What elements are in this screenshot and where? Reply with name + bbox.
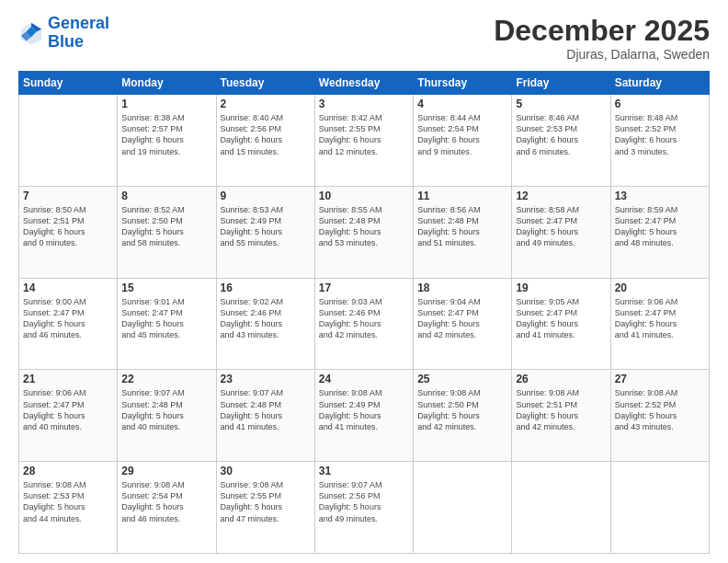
calendar-cell: 25Sunrise: 9:08 AM Sunset: 2:50 PM Dayli…	[414, 370, 512, 462]
day-number: 22	[121, 373, 211, 385]
day-info: Sunrise: 8:56 AM Sunset: 2:48 PM Dayligh…	[417, 204, 507, 249]
day-info: Sunrise: 9:00 AM Sunset: 2:47 PM Dayligh…	[23, 296, 113, 341]
day-info: Sunrise: 9:08 AM Sunset: 2:52 PM Dayligh…	[615, 387, 705, 432]
calendar-cell	[414, 462, 512, 554]
day-info: Sunrise: 9:02 AM Sunset: 2:46 PM Dayligh…	[221, 296, 311, 341]
calendar-cell: 10Sunrise: 8:55 AM Sunset: 2:48 PM Dayli…	[314, 186, 413, 278]
day-info: Sunrise: 9:01 AM Sunset: 2:47 PM Dayligh…	[121, 296, 211, 341]
weekday-header: Saturday	[610, 72, 709, 95]
calendar-cell: 1Sunrise: 8:38 AM Sunset: 2:57 PM Daylig…	[118, 95, 216, 187]
title-block: December 2025 Djuras, Dalarna, Sweden	[494, 15, 710, 62]
day-number: 25	[417, 373, 507, 385]
weekday-header: Monday	[118, 72, 216, 95]
day-number: 3	[319, 98, 409, 110]
day-number: 15	[121, 282, 211, 294]
day-number: 13	[615, 190, 705, 202]
weekday-header: Tuesday	[216, 72, 314, 95]
day-number: 30	[221, 465, 311, 477]
calendar-week-row: 28Sunrise: 9:08 AM Sunset: 2:53 PM Dayli…	[19, 462, 710, 554]
weekday-row: SundayMondayTuesdayWednesdayThursdayFrid…	[19, 72, 710, 95]
calendar-cell: 11Sunrise: 8:56 AM Sunset: 2:48 PM Dayli…	[414, 186, 512, 278]
main-title: December 2025	[494, 15, 710, 47]
day-info: Sunrise: 9:08 AM Sunset: 2:54 PM Dayligh…	[121, 479, 211, 524]
day-number: 8	[121, 190, 211, 202]
day-number: 27	[615, 373, 705, 385]
calendar-cell: 27Sunrise: 9:08 AM Sunset: 2:52 PM Dayli…	[610, 370, 709, 462]
calendar-cell: 9Sunrise: 8:53 AM Sunset: 2:49 PM Daylig…	[216, 186, 314, 278]
calendar-header: SundayMondayTuesdayWednesdayThursdayFrid…	[19, 72, 710, 95]
day-info: Sunrise: 9:04 AM Sunset: 2:47 PM Dayligh…	[417, 296, 507, 341]
day-info: Sunrise: 9:08 AM Sunset: 2:50 PM Dayligh…	[417, 387, 507, 432]
weekday-header: Wednesday	[314, 72, 413, 95]
calendar-cell: 24Sunrise: 9:08 AM Sunset: 2:49 PM Dayli…	[314, 370, 413, 462]
calendar-cell: 12Sunrise: 8:58 AM Sunset: 2:47 PM Dayli…	[512, 186, 610, 278]
day-number: 18	[417, 282, 507, 294]
day-number: 24	[319, 373, 409, 385]
day-info: Sunrise: 9:07 AM Sunset: 2:48 PM Dayligh…	[221, 387, 311, 432]
day-info: Sunrise: 8:44 AM Sunset: 2:54 PM Dayligh…	[417, 112, 507, 157]
day-number: 14	[23, 282, 113, 294]
logo-icon	[18, 20, 44, 46]
calendar-cell: 15Sunrise: 9:01 AM Sunset: 2:47 PM Dayli…	[118, 278, 216, 370]
day-number: 16	[221, 282, 311, 294]
day-info: Sunrise: 8:46 AM Sunset: 2:53 PM Dayligh…	[516, 112, 606, 157]
day-info: Sunrise: 8:58 AM Sunset: 2:47 PM Dayligh…	[516, 204, 606, 249]
day-info: Sunrise: 8:52 AM Sunset: 2:50 PM Dayligh…	[121, 204, 211, 249]
calendar-cell: 28Sunrise: 9:08 AM Sunset: 2:53 PM Dayli…	[19, 462, 118, 554]
day-number: 29	[121, 465, 211, 477]
day-number: 9	[221, 190, 311, 202]
logo: General Blue	[18, 15, 109, 52]
calendar-cell: 14Sunrise: 9:00 AM Sunset: 2:47 PM Dayli…	[19, 278, 118, 370]
day-number: 10	[319, 190, 409, 202]
calendar-cell: 26Sunrise: 9:08 AM Sunset: 2:51 PM Dayli…	[512, 370, 610, 462]
subtitle: Djuras, Dalarna, Sweden	[494, 47, 710, 62]
calendar-table: SundayMondayTuesdayWednesdayThursdayFrid…	[18, 71, 710, 554]
calendar-cell: 19Sunrise: 9:05 AM Sunset: 2:47 PM Dayli…	[512, 278, 610, 370]
logo-line1: General	[48, 14, 109, 32]
calendar-cell: 17Sunrise: 9:03 AM Sunset: 2:46 PM Dayli…	[314, 278, 413, 370]
calendar-cell: 29Sunrise: 9:08 AM Sunset: 2:54 PM Dayli…	[118, 462, 216, 554]
calendar-cell: 13Sunrise: 8:59 AM Sunset: 2:47 PM Dayli…	[610, 186, 709, 278]
day-info: Sunrise: 9:08 AM Sunset: 2:55 PM Dayligh…	[221, 479, 311, 524]
day-number: 7	[23, 190, 113, 202]
calendar-cell: 2Sunrise: 8:40 AM Sunset: 2:56 PM Daylig…	[216, 95, 314, 187]
calendar-cell: 20Sunrise: 9:06 AM Sunset: 2:47 PM Dayli…	[610, 278, 709, 370]
day-info: Sunrise: 8:42 AM Sunset: 2:55 PM Dayligh…	[319, 112, 409, 157]
day-info: Sunrise: 8:55 AM Sunset: 2:48 PM Dayligh…	[319, 204, 409, 249]
calendar-cell	[19, 95, 118, 187]
day-number: 21	[23, 373, 113, 385]
calendar-cell: 18Sunrise: 9:04 AM Sunset: 2:47 PM Dayli…	[414, 278, 512, 370]
calendar-body: 1Sunrise: 8:38 AM Sunset: 2:57 PM Daylig…	[19, 95, 710, 554]
calendar-cell	[610, 462, 709, 554]
day-number: 31	[319, 465, 409, 477]
calendar-cell: 22Sunrise: 9:07 AM Sunset: 2:48 PM Dayli…	[118, 370, 216, 462]
weekday-header: Thursday	[414, 72, 512, 95]
day-number: 11	[417, 190, 507, 202]
calendar-cell: 21Sunrise: 9:06 AM Sunset: 2:47 PM Dayli…	[19, 370, 118, 462]
day-info: Sunrise: 9:05 AM Sunset: 2:47 PM Dayligh…	[516, 296, 606, 341]
header: General Blue December 2025 Djuras, Dalar…	[18, 15, 710, 62]
day-number: 4	[417, 98, 507, 110]
weekday-header: Friday	[512, 72, 610, 95]
calendar-cell	[512, 462, 610, 554]
day-info: Sunrise: 9:08 AM Sunset: 2:49 PM Dayligh…	[319, 387, 409, 432]
day-info: Sunrise: 8:53 AM Sunset: 2:49 PM Dayligh…	[221, 204, 311, 249]
calendar-week-row: 7Sunrise: 8:50 AM Sunset: 2:51 PM Daylig…	[19, 186, 710, 278]
day-number: 1	[121, 98, 211, 110]
day-number: 17	[319, 282, 409, 294]
day-number: 5	[516, 98, 606, 110]
calendar-week-row: 14Sunrise: 9:00 AM Sunset: 2:47 PM Dayli…	[19, 278, 710, 370]
logo-text: General Blue	[48, 15, 109, 52]
day-info: Sunrise: 9:08 AM Sunset: 2:53 PM Dayligh…	[23, 479, 113, 524]
calendar-cell: 31Sunrise: 9:07 AM Sunset: 2:56 PM Dayli…	[314, 462, 413, 554]
weekday-header: Sunday	[19, 72, 118, 95]
day-number: 28	[23, 465, 113, 477]
logo-line2: Blue	[48, 32, 84, 51]
day-number: 26	[516, 373, 606, 385]
calendar-cell: 7Sunrise: 8:50 AM Sunset: 2:51 PM Daylig…	[19, 186, 118, 278]
day-info: Sunrise: 8:38 AM Sunset: 2:57 PM Dayligh…	[121, 112, 211, 157]
day-info: Sunrise: 8:50 AM Sunset: 2:51 PM Dayligh…	[23, 204, 113, 249]
day-info: Sunrise: 9:06 AM Sunset: 2:47 PM Dayligh…	[615, 296, 705, 341]
calendar-cell: 5Sunrise: 8:46 AM Sunset: 2:53 PM Daylig…	[512, 95, 610, 187]
day-info: Sunrise: 8:59 AM Sunset: 2:47 PM Dayligh…	[615, 204, 705, 249]
